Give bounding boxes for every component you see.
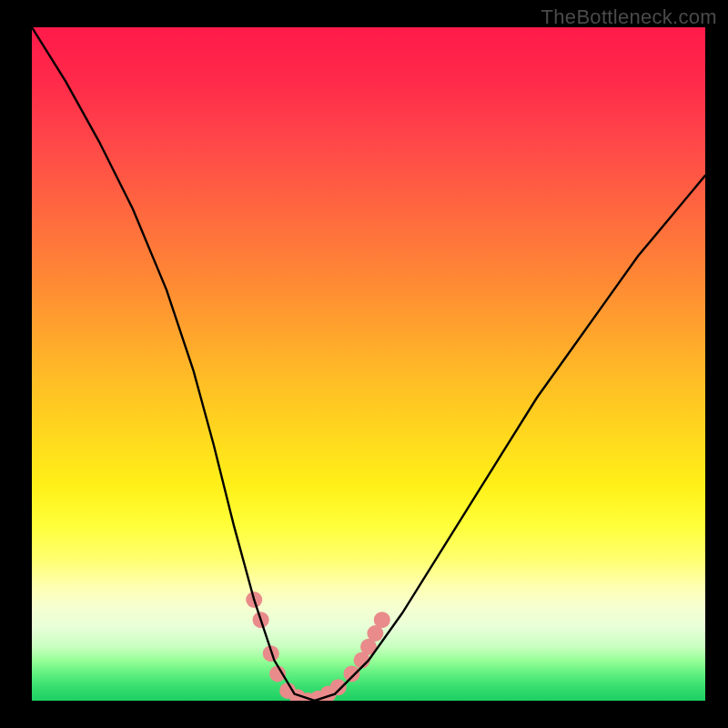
plot-area [32,27,705,701]
markers-group [246,592,390,701]
marker-dot [330,679,347,695]
marker-dot [344,665,360,682]
watermark-text: TheBottleneck.com [541,5,717,29]
marker-dot [374,612,390,628]
bottleneck-curve [32,27,705,701]
curve-layer [32,27,705,701]
chart-frame: TheBottleneck.com [0,0,728,728]
